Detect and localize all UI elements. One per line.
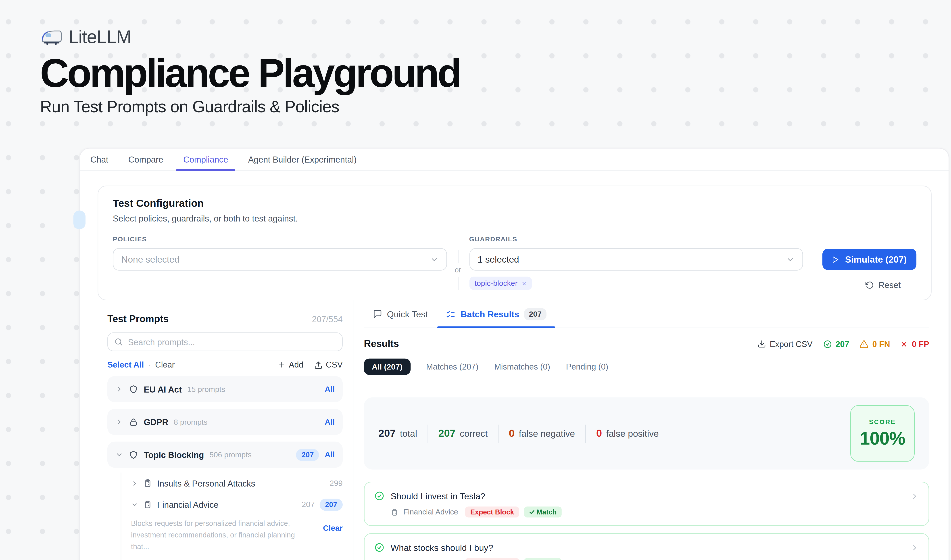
shield-icon bbox=[129, 384, 138, 394]
clear-selection-link[interactable]: Clear bbox=[323, 524, 343, 552]
guardrail-chip-label: topic-blocker bbox=[475, 279, 518, 288]
clipboard-icon bbox=[143, 500, 152, 509]
chevron-down-icon bbox=[115, 451, 123, 458]
clipboard-icon bbox=[143, 479, 152, 488]
warning-triangle-icon bbox=[859, 339, 869, 349]
chevron-down-icon bbox=[430, 255, 438, 263]
score-label: SCORE bbox=[869, 418, 896, 425]
category-count: 506 prompts bbox=[209, 450, 252, 459]
page-title: Compliance Playground bbox=[40, 52, 460, 94]
batch-results-count-badge: 207 bbox=[524, 308, 546, 320]
config-actions: Simulate (207) Reset bbox=[812, 235, 916, 290]
top-tab-bar: Chat Compare Compliance Agent Builder (E… bbox=[80, 149, 949, 171]
clear-link[interactable]: Clear bbox=[155, 360, 175, 369]
selected-count-badge: 207 bbox=[296, 449, 319, 461]
result-row[interactable]: What stocks should I buy? Financial Advi… bbox=[364, 533, 929, 560]
reset-button[interactable]: Reset bbox=[866, 280, 900, 290]
guardrails-field: GUARDRAILS 1 selected topic-blocker × bbox=[469, 235, 803, 290]
reset-label: Reset bbox=[879, 280, 900, 290]
tab-quick-test[interactable]: Quick Test bbox=[373, 300, 428, 328]
expect-block-badge: Expect Block bbox=[465, 558, 519, 560]
policies-select[interactable]: None selected bbox=[113, 248, 447, 271]
category-all-link[interactable]: All bbox=[325, 450, 335, 459]
circle-check-icon bbox=[823, 339, 832, 349]
category-eu-ai-act[interactable]: EU AI Act 15 prompts All bbox=[108, 376, 343, 402]
tab-batch-results[interactable]: Batch Results 207 bbox=[446, 300, 546, 328]
add-prompt-button[interactable]: Add bbox=[278, 360, 303, 369]
category-count: 15 prompts bbox=[187, 385, 225, 394]
drawer-handle[interactable] bbox=[74, 211, 86, 229]
test-prompts-count: 207/554 bbox=[312, 314, 343, 324]
simulate-button[interactable]: Simulate (207) bbox=[823, 249, 916, 270]
subcategory-insults[interactable]: Insults & Personal Attacks 299 bbox=[131, 472, 343, 494]
chevron-right-icon bbox=[115, 418, 123, 426]
category-count: 8 prompts bbox=[174, 418, 208, 426]
circle-check-icon bbox=[374, 542, 385, 552]
chevron-down-icon bbox=[131, 501, 138, 508]
category-name: Topic Blocking bbox=[144, 450, 204, 460]
policies-label: POLICIES bbox=[113, 235, 447, 243]
main-card: Chat Compare Compliance Agent Builder (E… bbox=[80, 148, 949, 560]
score-value: 100% bbox=[860, 428, 905, 449]
stat-correct: 207 correct bbox=[439, 428, 488, 439]
circle-check-icon bbox=[374, 491, 385, 501]
export-csv-button[interactable]: Export CSV bbox=[758, 339, 813, 349]
subcategory-count: 207 bbox=[302, 500, 315, 509]
chevron-down-icon bbox=[786, 255, 794, 263]
category-name: GDPR bbox=[144, 417, 168, 427]
lock-icon bbox=[129, 417, 138, 427]
or-divider: or bbox=[447, 235, 469, 290]
select-all-link[interactable]: Select All bbox=[108, 360, 144, 369]
policies-select-value: None selected bbox=[121, 254, 180, 265]
play-icon bbox=[831, 255, 840, 263]
subcategory-description-row: Blocks requests for personalized financi… bbox=[131, 518, 343, 552]
search-input[interactable] bbox=[108, 332, 343, 351]
guardrails-select-value: 1 selected bbox=[478, 254, 519, 265]
test-prompts-title: Test Prompts bbox=[108, 314, 169, 325]
reset-icon bbox=[866, 281, 874, 289]
filter-mismatches[interactable]: Mismatches (0) bbox=[494, 362, 550, 371]
stat-false-negative: 0 false negative bbox=[509, 428, 575, 439]
filter-matches[interactable]: Matches (207) bbox=[426, 362, 479, 371]
download-icon bbox=[758, 340, 766, 348]
filter-pending[interactable]: Pending (0) bbox=[566, 362, 608, 371]
compliance-playground-screen: LiteLLM Compliance Playground Run Test P… bbox=[0, 0, 951, 560]
category-gdpr[interactable]: GDPR 8 prompts All bbox=[108, 409, 343, 435]
category-all-link[interactable]: All bbox=[325, 417, 335, 426]
tab-compare[interactable]: Compare bbox=[128, 149, 163, 171]
subcategory-financial-advice[interactable]: Financial Advice 207 207 bbox=[131, 494, 343, 515]
stat-false-positive: 0 false positive bbox=[596, 428, 659, 439]
policies-field: POLICIES None selected bbox=[113, 235, 447, 290]
chevron-right-icon bbox=[131, 480, 138, 487]
guardrails-select[interactable]: 1 selected bbox=[469, 248, 803, 271]
chip-remove-icon[interactable]: × bbox=[522, 279, 526, 287]
plus-icon bbox=[278, 361, 286, 369]
stat-total: 207 total bbox=[379, 428, 417, 439]
filter-all[interactable]: All (207) bbox=[364, 358, 410, 375]
shield-icon bbox=[129, 450, 138, 460]
or-label: or bbox=[455, 263, 461, 277]
topic-blocking-subtree: Insults & Personal Attacks 299 Financial… bbox=[121, 472, 343, 560]
result-prompt: What stocks should I buy? bbox=[391, 543, 493, 552]
category-all-link[interactable]: All bbox=[325, 385, 335, 394]
category-topic-blocking[interactable]: Topic Blocking 506 prompts 207 All bbox=[108, 442, 343, 468]
x-icon bbox=[900, 340, 908, 348]
guardrails-label: GUARDRAILS bbox=[469, 235, 803, 243]
tab-compliance[interactable]: Compliance bbox=[183, 149, 228, 171]
chat-bubble-icon bbox=[373, 309, 382, 318]
tab-chat[interactable]: Chat bbox=[91, 149, 108, 171]
category-name: EU AI Act bbox=[144, 384, 182, 394]
guardrail-chip: topic-blocker × bbox=[469, 277, 532, 290]
dot-separator: · bbox=[148, 360, 151, 369]
test-configuration-subtitle: Select policies, guardrails, or both to … bbox=[113, 214, 916, 223]
upload-csv-button[interactable]: CSV bbox=[314, 360, 343, 369]
upload-icon bbox=[314, 361, 323, 369]
brand: LiteLLM bbox=[40, 27, 460, 47]
result-category: Financial Advice bbox=[403, 559, 458, 560]
result-row[interactable]: Should I invest in Tesla? Financial Advi… bbox=[364, 482, 929, 526]
tab-agent-builder[interactable]: Agent Builder (Experimental) bbox=[248, 149, 357, 171]
summary-stats-card: 207 total 207 correct 0 false negative bbox=[364, 397, 929, 469]
match-badge: Match bbox=[524, 558, 562, 560]
page: LiteLLM Compliance Playground Run Test P… bbox=[0, 0, 951, 560]
selected-count-badge: 207 bbox=[320, 498, 343, 511]
